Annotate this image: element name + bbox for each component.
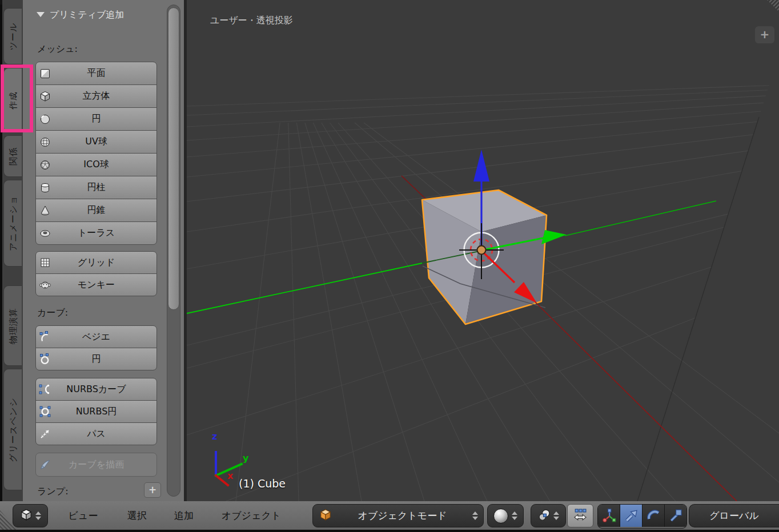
add-grid-button[interactable]: グリッド <box>35 251 157 274</box>
draw-curve-icon <box>39 458 51 471</box>
shelf-tab-4[interactable]: 物理演算 <box>3 285 22 366</box>
y-axis-handle[interactable] <box>541 230 567 244</box>
button-label: トーラス <box>78 227 115 239</box>
cube-object[interactable] <box>422 190 547 324</box>
header-menu-1[interactable]: 選択 <box>123 501 151 530</box>
path-icon <box>39 428 51 440</box>
tool-shelf-panel: プリミティブ追加 メッシュ: カーブ: ランプ: 平面立方体円UV球ICO球円柱… <box>23 0 184 501</box>
add-cylinder-button[interactable]: 円柱 <box>35 176 157 199</box>
shelf-tab-0[interactable]: ツール <box>3 8 22 65</box>
add-nurbs-curve-button[interactable]: NURBSカーブ <box>35 378 157 401</box>
scale-manipulator-button[interactable] <box>664 505 686 527</box>
button-label: カーブを描画 <box>69 459 124 471</box>
gizmo-x-label: x <box>227 470 233 481</box>
button-label: UV球 <box>85 136 107 148</box>
x-axis-line-near <box>535 302 737 501</box>
mode-dropdown[interactable]: オブジェクトモード <box>312 504 484 527</box>
translate-manipulator-button[interactable] <box>620 505 642 527</box>
manipulator-button-group <box>597 504 687 529</box>
shelf-tab-label: グリースペンシ <box>7 397 18 462</box>
button-label: 円 <box>92 353 101 365</box>
lamp-section-label: ランプ: <box>37 486 69 498</box>
y-axis-line-right <box>565 201 716 236</box>
shelf-tab-5[interactable]: グリースペンシ <box>3 369 22 490</box>
monkey-icon <box>39 279 51 291</box>
add-circle-button[interactable]: 円 <box>35 107 157 131</box>
add-torus-button[interactable]: トーラス <box>35 221 157 245</box>
add-cone-button[interactable]: 円錐 <box>35 199 157 222</box>
add-cube-button[interactable]: 立方体 <box>35 84 157 108</box>
x-axis-line-far <box>401 176 426 199</box>
shelf-tab-label: 物理演算 <box>7 308 18 344</box>
nurbs-circle-icon <box>39 405 51 418</box>
add-ico-sphere-button[interactable]: ICO球 <box>35 153 157 176</box>
scrollbar-thumb[interactable] <box>168 7 179 310</box>
active-object-label: (1) Cube <box>239 477 286 490</box>
editor-type-dropdown[interactable] <box>13 504 48 527</box>
cone-icon <box>39 204 51 217</box>
blender-window: ツール作成関係アニメーショ物理演算グリースペンシ プリミティブ追加 メッシュ: … <box>0 0 779 532</box>
manipulator-axes-button[interactable] <box>598 505 620 527</box>
button-label: グリッド <box>78 257 115 269</box>
header-menu-2[interactable]: 追加 <box>171 501 197 530</box>
add-path-button[interactable]: パス <box>35 422 157 445</box>
3d-viewport[interactable]: ユーザー・透視投影 (1) Cube z y x + <box>187 0 779 501</box>
button-label: ベジエ <box>82 331 110 343</box>
scale-manipulator-icon <box>668 507 683 525</box>
translate-manipulator-icon <box>624 507 639 525</box>
rotate-manipulator-icon <box>646 507 661 525</box>
add-monkey-button[interactable]: モンキー <box>35 273 157 296</box>
dropdown-arrows-icon <box>35 511 41 520</box>
add-uv-sphere-button[interactable]: UV球 <box>35 130 157 154</box>
shelf-tab-label: ツール <box>7 22 18 50</box>
pivot-point-icon <box>537 508 551 524</box>
manipulate-centers-icon <box>573 507 588 525</box>
shelf-tab-3[interactable]: アニメーショ <box>3 180 22 267</box>
transform-orientation-dropdown[interactable]: グローバル <box>689 504 779 527</box>
dropdown-arrows-icon <box>472 511 478 520</box>
mesh-section-label: メッシュ: <box>37 43 78 55</box>
grid-far-edge <box>637 117 759 501</box>
add-plane-button[interactable]: 平面 <box>35 62 157 85</box>
viewport-shading-dropdown[interactable] <box>487 504 524 527</box>
panel-header-add-primitive[interactable]: プリミティブ追加 <box>37 9 124 21</box>
editor-cube-icon <box>19 508 33 524</box>
manipulator-axes-icon <box>601 507 616 525</box>
grid-icon <box>39 256 51 269</box>
button-label: 平面 <box>87 67 106 79</box>
rotate-manipulator-button[interactable] <box>642 505 664 527</box>
add-nurbs-circle-button[interactable]: NURBS円 <box>35 400 157 423</box>
ico-sphere-icon <box>39 159 51 171</box>
object-origin-dot <box>477 246 486 255</box>
shelf-tab-2[interactable]: 関係 <box>3 135 22 177</box>
button-label: 立方体 <box>83 90 110 102</box>
add-curve-circle-button[interactable]: 円 <box>35 348 157 370</box>
manipulate-centers-toggle[interactable] <box>567 504 593 527</box>
header-menu-0[interactable]: ビュー <box>65 501 102 530</box>
tool-shelf-scrollbar[interactable] <box>167 5 180 497</box>
torus-icon <box>39 227 51 240</box>
object-mode-cube-icon <box>319 508 332 524</box>
viewport-header-bar: ビュー選択追加オブジェクト オブジェクトモード グローバル <box>0 501 779 531</box>
dropdown-arrows-icon <box>512 511 517 520</box>
pivot-point-dropdown[interactable] <box>531 504 566 527</box>
gizmo-z-label: z <box>212 431 217 442</box>
add-preset-button[interactable]: + <box>144 482 161 498</box>
add-bezier-button[interactable]: ベジエ <box>35 325 157 348</box>
button-label: パス <box>87 428 106 440</box>
curve-section-label: カーブ: <box>37 307 68 319</box>
button-label: ICO球 <box>83 159 109 171</box>
triangle-down-icon <box>37 12 45 17</box>
button-label: NURBS円 <box>76 406 117 418</box>
z-axis-handle[interactable] <box>473 150 489 182</box>
viewport-shading-sphere-icon <box>493 509 508 523</box>
dropdown-arrows-icon <box>553 511 559 520</box>
button-label: 円 <box>92 113 101 125</box>
circle-icon <box>39 113 51 126</box>
header-menu-3[interactable]: オブジェクト <box>219 501 284 530</box>
shelf-tab-label: アニメーショ <box>7 195 18 251</box>
panel-title: プリミティブ追加 <box>50 9 124 20</box>
expand-properties-region-button[interactable]: + <box>755 26 774 43</box>
button-label: モンキー <box>78 279 115 291</box>
add-draw-curve-button: カーブを描画 <box>35 453 157 477</box>
